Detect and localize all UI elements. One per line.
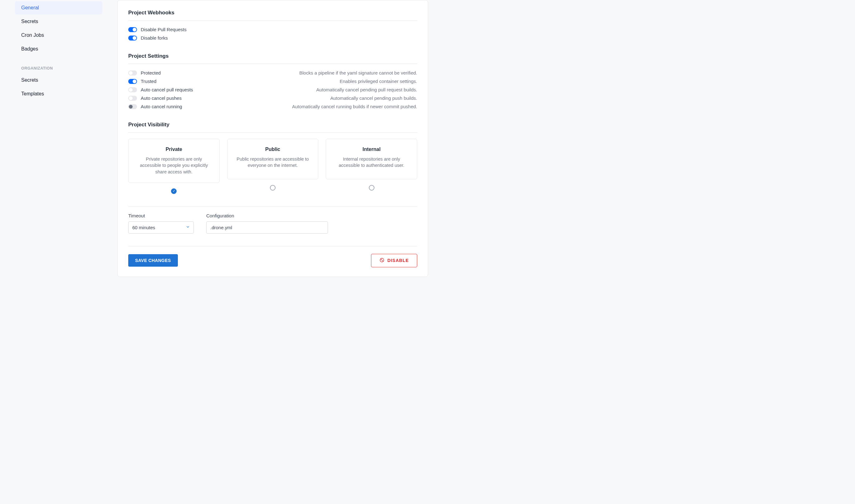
toggle-desc: Blocks a pipeline if the yaml signature …	[299, 70, 417, 75]
toggle-label: Auto cancel running	[141, 104, 182, 109]
disable-button[interactable]: DISABLE	[371, 254, 417, 267]
toggle-disable-forks[interactable]	[128, 36, 137, 40]
toggle-auto-cancel-running[interactable]	[128, 104, 137, 109]
toggle-row-disable-forks: Disable forks	[128, 35, 417, 40]
action-bar: SAVE CHANGES DISABLE	[128, 246, 417, 267]
toggle-label: Trusted	[141, 78, 156, 84]
visibility-card-public[interactable]: Public Public repositories are accessibl…	[227, 139, 319, 179]
divider	[128, 132, 417, 132]
sidebar-org-heading: ORGANIZATION	[15, 56, 102, 74]
card-desc: Private repositories are only accessible…	[135, 156, 213, 175]
card-title: Public	[234, 147, 312, 152]
card-title: Internal	[332, 147, 411, 152]
toggle-label: Auto cancel pushes	[141, 95, 182, 101]
toggle-row-auto-cancel-pushes: Auto cancel pushes Automatically cancel …	[128, 95, 417, 101]
toggle-auto-cancel-pushes[interactable]	[128, 96, 137, 101]
toggle-row-trusted: Trusted Enables privileged container set…	[128, 78, 417, 84]
timeout-label: Timeout	[128, 213, 194, 218]
disable-button-label: DISABLE	[388, 258, 409, 263]
visibility-card-internal[interactable]: Internal Internal repositories are only …	[326, 139, 417, 179]
toggle-label: Auto cancel pull requests	[141, 87, 193, 92]
sidebar-item-cron-jobs[interactable]: Cron Jobs	[15, 29, 102, 42]
toggle-row-protected: Protected Blocks a pipeline if the yaml …	[128, 70, 417, 75]
divider	[128, 64, 417, 64]
check-icon: ✓	[173, 189, 175, 193]
toggle-desc: Automatically cancel pending pull reques…	[316, 87, 417, 92]
visibility-radio-private[interactable]: ✓	[171, 188, 177, 194]
sidebar-item-general[interactable]: General	[15, 1, 102, 14]
config-label: Configuration	[206, 213, 328, 218]
save-button[interactable]: SAVE CHANGES	[128, 254, 178, 267]
prohibit-icon	[379, 258, 385, 264]
toggle-desc: Enables privileged container settings.	[340, 78, 417, 84]
toggle-label: Disable forks	[141, 35, 168, 40]
toggle-disable-pr[interactable]	[128, 27, 137, 32]
settings-title: Project Settings	[128, 53, 417, 59]
toggle-row-disable-pr: Disable Pull Requests	[128, 27, 417, 32]
sidebar-item-org-secrets[interactable]: Secrets	[15, 74, 102, 87]
sidebar-item-org-templates[interactable]: Templates	[15, 87, 102, 101]
webhooks-title: Project Webhooks	[128, 10, 417, 16]
config-input[interactable]	[206, 221, 328, 234]
card-desc: Public repositories are accessible to ev…	[234, 156, 312, 169]
toggle-desc: Automatically cancel pending push builds…	[330, 95, 417, 101]
card-desc: Internal repositories are only accessibl…	[332, 156, 411, 169]
settings-panel: Project Webhooks Disable Pull Requests D…	[117, 0, 428, 277]
toggle-desc: Automatically cancel running builds if n…	[292, 104, 417, 109]
toggle-trusted[interactable]	[128, 79, 137, 84]
visibility-radio-public[interactable]	[270, 185, 275, 191]
toggle-protected[interactable]	[128, 71, 137, 75]
divider	[128, 20, 417, 21]
visibility-card-private[interactable]: Private Private repositories are only ac…	[128, 139, 220, 183]
section-visibility: Project Visibility Private Private repos…	[128, 122, 417, 194]
section-form: Timeout 60 minutes Configuration	[128, 206, 417, 234]
toggle-auto-cancel-pr[interactable]	[128, 87, 137, 92]
section-webhooks: Project Webhooks Disable Pull Requests D…	[128, 10, 417, 40]
card-title: Private	[135, 147, 213, 152]
toggle-label: Disable Pull Requests	[141, 27, 186, 32]
timeout-select[interactable]: 60 minutes	[128, 221, 194, 234]
svg-line-1	[380, 259, 383, 262]
sidebar-item-secrets[interactable]: Secrets	[15, 15, 102, 28]
settings-sidebar: General Secrets Cron Jobs Badges ORGANIZ…	[15, 0, 102, 277]
sidebar-item-badges[interactable]: Badges	[15, 42, 102, 55]
visibility-title: Project Visibility	[128, 122, 417, 128]
toggle-row-auto-cancel-pr: Auto cancel pull requests Automatically …	[128, 87, 417, 92]
visibility-radio-internal[interactable]	[369, 185, 374, 191]
section-settings: Project Settings Protected Blocks a pipe…	[128, 53, 417, 109]
toggle-label: Protected	[141, 70, 161, 75]
toggle-row-auto-cancel-running: Auto cancel running Automatically cancel…	[128, 104, 417, 109]
